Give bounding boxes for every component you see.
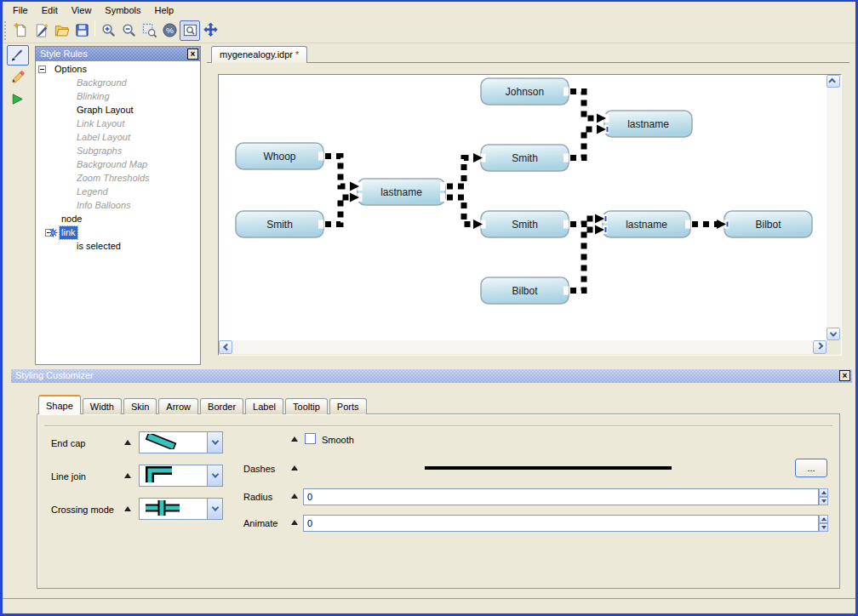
tree-collapse-icon[interactable] (38, 66, 46, 73)
tab-arrow[interactable]: Arrow (158, 398, 198, 414)
fit-contents-button[interactable] (180, 20, 200, 41)
new-document-button[interactable] (10, 20, 31, 41)
end-cap-icon (140, 434, 207, 451)
diagram-link[interactable] (570, 129, 598, 158)
chevron-down-icon (830, 329, 837, 336)
shape-tab-pane: End cap Line join Crossing mode (37, 414, 840, 589)
toolbar-grip[interactable] (4, 21, 7, 40)
edit-pencil-button[interactable] (7, 67, 29, 88)
tree-item-label: node (60, 213, 83, 225)
diagram-node-label: Smith (266, 219, 293, 231)
diagram-canvas[interactable]: JohnsonlastnameWhoopSmithlastnameSmithSm… (219, 75, 827, 340)
diagram-link[interactable] (570, 230, 596, 291)
diagram-link[interactable] (447, 158, 474, 187)
tree-item-subgraphs[interactable]: Subgraphs (36, 145, 200, 158)
chevron-down-icon (211, 471, 218, 477)
tree-item-link-layout[interactable]: Link Layout (36, 117, 200, 131)
tree-item-label: Link Layout (75, 117, 126, 130)
save-button[interactable] (72, 20, 92, 41)
tree-item-background[interactable]: Background (36, 77, 200, 90)
tree-item-zoom-thresholds[interactable]: Zoom Thresholds (36, 172, 200, 185)
style-wizard-icon (33, 22, 49, 40)
tree-item-legend[interactable]: Legend (36, 185, 200, 199)
svg-text:%: % (166, 26, 174, 35)
scroll-down-button[interactable] (827, 328, 840, 340)
tab-ports[interactable]: Ports (329, 398, 367, 414)
spin-up-icon[interactable] (819, 515, 828, 523)
combo-arrow-button[interactable] (207, 432, 222, 453)
menu-edit[interactable]: Edit (35, 3, 65, 19)
smooth-checkbox[interactable] (305, 433, 316, 444)
diagram-link[interactable] (325, 157, 351, 187)
radius-label: Radius (243, 492, 272, 502)
spin-down-icon[interactable] (819, 497, 828, 505)
diagram-svg: JohnsonlastnameWhoopSmithlastnameSmithSm… (219, 75, 827, 340)
end-cap-select[interactable] (139, 431, 223, 453)
radius-spinner[interactable] (819, 488, 828, 505)
style-wizard-button[interactable] (31, 20, 51, 41)
line-join-select[interactable] (139, 465, 223, 487)
link-port (563, 88, 569, 96)
document-tab[interactable]: mygenealogy.idpr * (211, 46, 307, 63)
crossing-mode-select[interactable] (139, 498, 223, 520)
tab-width[interactable]: Width (83, 398, 122, 414)
combo-arrow-button[interactable] (207, 499, 222, 519)
tree-item-blinking[interactable]: Blinking (36, 90, 200, 104)
modified-marker: * (295, 49, 299, 60)
style-rules-titlebar[interactable]: Style Rules × (36, 47, 200, 61)
tree-item-label: Graph Layout (75, 104, 135, 117)
tree-item-graph-layout[interactable]: Graph Layout (36, 104, 200, 117)
scroll-right-button[interactable] (813, 340, 827, 354)
zoom-area-button[interactable] (139, 20, 159, 41)
menu-file[interactable]: File (6, 3, 35, 19)
horizontal-scrollbar[interactable] (219, 340, 827, 354)
animate-input[interactable] (303, 515, 819, 532)
tree-item-node[interactable]: node (36, 213, 200, 226)
menu-help[interactable]: Help (148, 3, 181, 19)
customizer-tabs: ShapeWidthSkinArrowBorderLabelTooltipPor… (38, 396, 369, 414)
menu-symbols[interactable]: Symbols (98, 3, 147, 19)
tree-item-options[interactable]: Options (36, 63, 200, 77)
close-icon[interactable]: × (187, 48, 198, 60)
tree-item-label: Blinking (75, 90, 112, 103)
diagram-link[interactable] (325, 197, 351, 225)
tree-item-label: Background (75, 77, 129, 89)
spin-up-icon[interactable] (819, 488, 828, 497)
tab-skin[interactable]: Skin (123, 398, 157, 414)
animate-spinner[interactable] (819, 515, 828, 532)
tree-item-label: is selected (75, 240, 123, 253)
zoom-percent-button[interactable]: % (159, 20, 180, 41)
style-rules-tree: OptionsBackgroundBlinkingGraph LayoutLin… (36, 61, 200, 364)
close-icon[interactable]: × (839, 370, 850, 381)
tree-item-label: link (60, 226, 77, 239)
tab-border[interactable]: Border (200, 398, 243, 414)
tab-tooltip[interactable]: Tooltip (285, 398, 328, 414)
zoom-in-button[interactable] (98, 20, 118, 41)
tree-item-info-balloons[interactable]: Info Balloons (36, 199, 200, 213)
advanced-marker-icon (291, 465, 298, 471)
styling-customizer-titlebar[interactable]: Styling Customizer × (11, 369, 852, 383)
tree-item-label-layout[interactable]: Label Layout (36, 131, 200, 145)
spin-down-icon[interactable] (819, 523, 828, 532)
dashes-ellipsis-button[interactable]: ... (795, 459, 827, 477)
radius-input[interactable] (303, 488, 819, 505)
tree-item-background-map[interactable]: Background Map (36, 158, 200, 172)
menu-view[interactable]: View (65, 3, 99, 19)
vertical-scrollbar[interactable] (827, 75, 841, 340)
open-button[interactable] (51, 20, 72, 41)
tree-item-is-selected[interactable]: is selected (36, 240, 200, 254)
combo-arrow-button[interactable] (207, 465, 222, 486)
zoom-out-button[interactable] (118, 20, 139, 41)
tab-label[interactable]: Label (245, 398, 283, 414)
tree-item-link[interactable]: link (36, 226, 200, 240)
zoom-out-icon (121, 22, 137, 40)
scroll-left-button[interactable] (219, 340, 232, 354)
diagram-link[interactable] (570, 219, 596, 225)
tab-shape[interactable]: Shape (38, 395, 81, 414)
run-button[interactable] (7, 89, 29, 110)
diagram-link[interactable] (447, 197, 474, 225)
pan-button[interactable] (200, 20, 220, 41)
scroll-up-button[interactable] (827, 75, 840, 88)
style-brush-button[interactable] (7, 45, 29, 66)
diagram-link[interactable] (570, 92, 598, 119)
